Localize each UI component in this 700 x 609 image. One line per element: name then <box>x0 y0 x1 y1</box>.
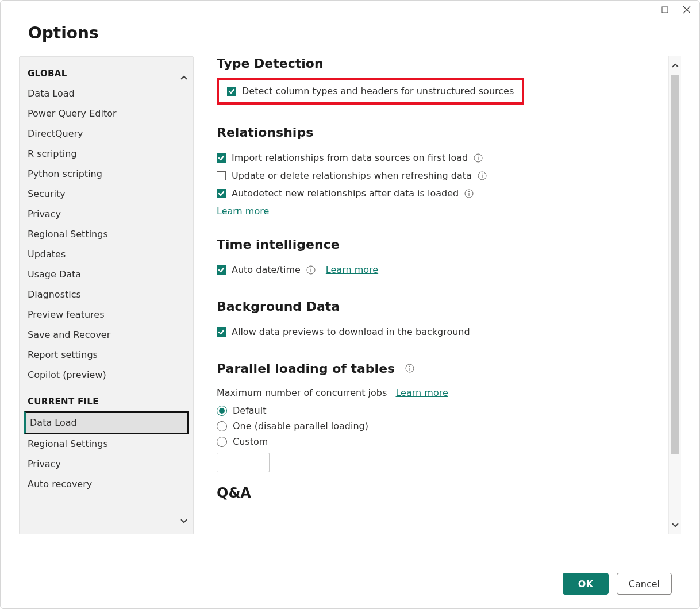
link-learn-more-parallel[interactable]: Learn more <box>395 387 448 398</box>
options-dialog: Options GLOBAL Data Load Power Query Edi… <box>0 0 700 609</box>
radio-label-custom: Custom <box>233 436 268 447</box>
radio-row-custom[interactable]: Custom <box>217 434 659 449</box>
svg-rect-0 <box>662 7 668 13</box>
page-title: Options <box>1 19 699 56</box>
sidebar-item-preview-features[interactable]: Preview features <box>24 304 189 325</box>
checkbox-allow-background-previews[interactable] <box>217 327 226 337</box>
info-icon[interactable] <box>478 171 487 180</box>
info-icon[interactable] <box>474 153 483 163</box>
sidebar-item-privacy-global[interactable]: Privacy <box>24 204 189 224</box>
chevron-up-icon[interactable] <box>669 59 681 72</box>
checkbox-autodetect-relationships[interactable] <box>217 189 226 198</box>
sidebar-item-usage-data[interactable]: Usage Data <box>24 264 189 284</box>
sidebar-item-data-load-global[interactable]: Data Load <box>24 83 189 103</box>
sidebar-item-security[interactable]: Security <box>24 184 189 204</box>
sidebar-item-data-load-current[interactable]: Data Load <box>24 411 189 434</box>
checkbox-detect-column-types[interactable] <box>227 87 236 96</box>
highlight-type-detection: Detect column types and headers for unst… <box>217 78 524 105</box>
sidebar-item-r-scripting[interactable]: R scripting <box>24 144 189 164</box>
info-icon[interactable] <box>464 189 474 198</box>
radio-default[interactable] <box>217 406 227 416</box>
link-learn-more-relationships[interactable]: Learn more <box>217 206 269 217</box>
sidebar-item-copilot-preview[interactable]: Copilot (preview) <box>24 365 189 385</box>
radio-label-default: Default <box>233 405 266 416</box>
section-title-relationships: Relationships <box>217 125 659 140</box>
section-title-type-detection: Type Detection <box>217 56 659 71</box>
sidebar: GLOBAL Data Load Power Query Editor Dire… <box>19 56 194 534</box>
section-title-time-intelligence: Time intelligence <box>217 237 659 252</box>
sidebar-heading-global: GLOBAL <box>28 68 189 79</box>
sidebar-item-updates[interactable]: Updates <box>24 244 189 264</box>
chevron-up-icon[interactable] <box>177 71 191 84</box>
section-title-parallel-loading: Parallel loading of tables <box>217 361 659 376</box>
sidebar-item-regional-settings-current[interactable]: Regional Settings <box>24 434 189 454</box>
titlebar <box>1 1 699 19</box>
sidebar-item-power-query-editor[interactable]: Power Query Editor <box>24 103 189 124</box>
checkbox-label-import-relationships: Import relationships from data sources o… <box>232 152 468 163</box>
radio-row-one[interactable]: One (disable parallel loading) <box>217 418 659 434</box>
sidebar-item-privacy-current[interactable]: Privacy <box>24 454 189 474</box>
sidebar-item-save-and-recover[interactable]: Save and Recover <box>24 325 189 345</box>
scrollbar-thumb[interactable] <box>671 75 679 454</box>
radio-label-one: One (disable parallel loading) <box>233 421 368 431</box>
label-max-concurrent-jobs-text: Maximum number of concurrent jobs <box>217 387 387 398</box>
chevron-down-icon[interactable] <box>177 514 191 528</box>
sidebar-item-report-settings[interactable]: Report settings <box>24 345 189 365</box>
checkbox-label-auto-date-time: Auto date/time <box>232 264 301 275</box>
svg-point-14 <box>310 268 311 268</box>
section-title-background-data: Background Data <box>217 299 659 314</box>
sidebar-item-directquery[interactable]: DirectQuery <box>24 124 189 144</box>
maximize-icon[interactable] <box>658 3 672 17</box>
input-custom-jobs[interactable] <box>217 453 270 472</box>
sidebar-heading-current-file: CURRENT FILE <box>28 396 189 407</box>
checkbox-label-autodetect-relationships: Autodetect new relationships after data … <box>232 188 459 199</box>
ok-button[interactable]: OK <box>563 573 609 595</box>
radio-row-default[interactable]: Default <box>217 403 659 418</box>
checkbox-label-detect-column-types: Detect column types and headers for unst… <box>242 86 514 97</box>
checkbox-auto-date-time[interactable] <box>217 265 226 275</box>
checkbox-label-update-relationships: Update or delete relationships when refr… <box>232 170 472 181</box>
checkbox-import-relationships[interactable] <box>217 153 226 163</box>
sidebar-item-auto-recovery[interactable]: Auto recovery <box>24 474 189 494</box>
cancel-button[interactable]: Cancel <box>617 573 672 595</box>
content-panel: Type Detection Detect column types and h… <box>198 56 668 534</box>
close-icon[interactable] <box>680 3 694 17</box>
chevron-down-icon[interactable] <box>669 518 681 532</box>
svg-point-8 <box>482 174 482 174</box>
checkbox-label-allow-background-previews: Allow data previews to download in the b… <box>232 326 470 337</box>
info-icon[interactable] <box>405 364 414 373</box>
section-title-parallel-loading-text: Parallel loading of tables <box>217 361 395 376</box>
sidebar-item-python-scripting[interactable]: Python scripting <box>24 164 189 184</box>
radio-one[interactable] <box>217 421 227 431</box>
svg-point-17 <box>409 366 410 367</box>
radio-custom[interactable] <box>217 437 227 447</box>
sidebar-item-regional-settings-global[interactable]: Regional Settings <box>24 224 189 244</box>
section-title-qa: Q&A <box>217 472 659 501</box>
svg-point-5 <box>478 156 479 156</box>
svg-point-11 <box>469 191 470 192</box>
link-learn-more-time-intelligence[interactable]: Learn more <box>326 264 378 275</box>
label-max-concurrent-jobs: Maximum number of concurrent jobs Learn … <box>217 385 659 403</box>
dialog-footer: OK Cancel <box>563 573 672 595</box>
checkbox-update-relationships[interactable] <box>217 171 226 180</box>
sidebar-item-diagnostics[interactable]: Diagnostics <box>24 284 189 304</box>
content-scrollbar[interactable] <box>668 56 681 534</box>
info-icon[interactable] <box>306 265 316 275</box>
